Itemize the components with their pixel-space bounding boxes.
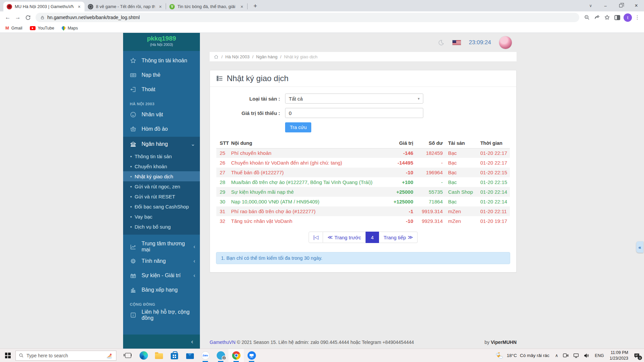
sidebar-item-label: Tính năng [142, 258, 166, 264]
sidebar-item-support[interactable]: Liên hệ hỗ trợ, cộng đồng [123, 308, 200, 322]
tab-8vegame[interactable]: 8 vẽ game - Tết đến rồi, nạp thẻ × [85, 2, 166, 11]
zoom-out-icon[interactable] [582, 14, 592, 20]
sidebar-item-trade-center[interactable]: Trung tâm thương mại ‹ [123, 239, 200, 254]
collapse-chevron-icon[interactable]: ‹ [191, 338, 193, 345]
gear-icon [130, 258, 137, 264]
taskbar-clock[interactable]: 11:09 PM 1/23/2023 [607, 350, 631, 361]
next-page-button[interactable]: Trang tiếp ≫ [379, 232, 418, 243]
asset-type-value: Tất cả [289, 96, 303, 102]
prev-page-button[interactable]: ≪ Trang trước [323, 232, 366, 243]
side-widget-toggle[interactable]: « [636, 241, 643, 253]
telegram-app[interactable]: 2 [213, 349, 228, 362]
chrome-app[interactable] [228, 349, 244, 362]
col-header-value: Giá trị [381, 138, 413, 148]
tab-close-icon[interactable]: × [158, 4, 163, 9]
minimize-button[interactable]: – [598, 0, 613, 11]
sidebar-subitem-extra-services[interactable]: •Dịch vụ bổ sung [123, 222, 200, 232]
reload-icon[interactable] [23, 15, 33, 20]
sidebar-item-virtual-chest[interactable]: Hòm đồ ảo [123, 122, 200, 136]
maps-pin-icon [61, 25, 66, 31]
volume-icon[interactable] [581, 349, 592, 362]
zalo-app[interactable]: Zalo [198, 349, 213, 362]
breadcrumb-item[interactable]: Hà Nội 2003 [225, 54, 250, 59]
taskbar-search[interactable] [15, 351, 116, 361]
footer-site-link[interactable]: GamethuVN [210, 340, 235, 345]
current-page-button[interactable]: 4 [366, 232, 379, 243]
bullet-icon: • [130, 164, 132, 169]
bookmark-youtube[interactable]: YouTube [30, 26, 54, 31]
bookmark-maps[interactable]: Maps [62, 26, 78, 31]
tray-chevron-icon[interactable]: ∧ [553, 349, 561, 362]
sidebar-item-character[interactable]: Nhân vật [123, 107, 200, 122]
sidebar-subitem-deposit-reset[interactable]: •Gửi và rút RESET [123, 191, 200, 201]
gmail-icon: M [5, 25, 9, 31]
weather-widget[interactable]: 18°C Có mây rải rác [492, 349, 553, 362]
network-icon[interactable] [571, 349, 581, 362]
footer-credit: by ViperMUHN [485, 340, 517, 345]
remote-desktop-app[interactable] [244, 349, 259, 362]
sidebar-item-top-up[interactable]: Nạp thẻ [123, 68, 200, 82]
first-page-button[interactable]: |◁ [309, 232, 323, 243]
file-explorer-app[interactable] [151, 349, 167, 362]
new-tab-button[interactable]: + [251, 2, 260, 10]
bookmark-gmail[interactable]: M Gmail [5, 25, 22, 31]
side-panel-icon[interactable] [612, 15, 622, 20]
sidebar-item-logout[interactable]: Thoát [123, 82, 200, 97]
basket-icon [130, 126, 137, 132]
share-icon[interactable] [592, 14, 602, 20]
browser-menu-icon[interactable]: ⋮ [633, 14, 641, 20]
tab-close-icon[interactable]: × [239, 4, 245, 9]
sidebar-subitem-trade-log[interactable]: •Nhật ký giao dịch [123, 171, 200, 181]
search-button[interactable]: Tra cứu [285, 122, 311, 132]
sidebar-subitem-exchange-cashshop[interactable]: •Đổi bạc sang CashShop [123, 201, 200, 212]
edge-app[interactable] [136, 349, 151, 362]
close-button[interactable]: × [629, 0, 644, 11]
tab-close-icon[interactable]: × [76, 4, 82, 9]
min-value-label: Giá trị tối thiểu : [210, 110, 285, 116]
search-input[interactable] [26, 353, 103, 358]
username: pkkq1989 [123, 35, 200, 42]
search-highlight-cake-icon[interactable] [106, 352, 113, 359]
footer-text: © 2021 Season 15. Liên hệ admin: zalo 09… [237, 340, 414, 345]
sidebar-item-account-info[interactable]: Thông tin tài khoản [123, 53, 200, 68]
chevron-left-icon: ‹ [194, 244, 195, 250]
sidebar-subitem-transfer[interactable]: •Chuyển khoản [123, 161, 200, 171]
sidebar-collapse-bar[interactable]: ‹ [123, 335, 200, 349]
sidebar-item-features[interactable]: Tính năng ‹ [123, 254, 200, 268]
sidebar-item-events[interactable]: Sự kiện - Giải trí ‹ [123, 268, 200, 283]
breadcrumb-item[interactable]: Ngân hàng [256, 54, 278, 59]
tab-news[interactable]: V Tin tức bóng đá, thể thao, giải trí × [166, 2, 247, 11]
bookmark-star-icon[interactable] [602, 14, 612, 20]
task-view-button[interactable] [120, 349, 136, 362]
server-name: (Hà Nội 2003) [123, 43, 200, 47]
action-center-button[interactable]: 3 [631, 349, 644, 362]
forward-icon[interactable]: → [13, 14, 23, 21]
maximize-button[interactable] [613, 0, 629, 11]
start-button[interactable] [0, 349, 15, 362]
meet-now-icon[interactable] [560, 349, 571, 362]
sidebar-subitem-asset-info[interactable]: •Thông tin tài sản [123, 151, 200, 161]
mail-app[interactable] [182, 349, 198, 362]
tab-search-icon[interactable]: ∨ [584, 0, 598, 11]
url-bar[interactable]: hn.gamethuvn.net/web/bank/trade_log.shtm… [36, 13, 579, 22]
back-icon[interactable]: ← [3, 14, 13, 21]
sidebar-item-bank[interactable]: Ngân hàng ⌄ [123, 137, 200, 151]
min-value-input[interactable]: 0 [285, 108, 423, 118]
store-app[interactable] [167, 349, 182, 362]
sidebar-subitem-loan[interactable]: •Vay bạc [123, 212, 200, 222]
browser-profile-avatar[interactable]: t [624, 13, 632, 22]
tab-strip: MU Hà Nội 2003 | GamethuVN.ne × 8 vẽ gam… [0, 0, 644, 11]
url-text[interactable]: hn.gamethuvn.net/web/bank/trade_log.shtm… [47, 15, 140, 20]
sidebar-item-rankings[interactable]: Bảng xếp hạng [123, 283, 200, 297]
language-indicator[interactable]: ENG [592, 349, 607, 362]
sidebar-subitem-deposit-gem[interactable]: •Gửi và rút ngọc, zen [123, 181, 200, 191]
home-icon[interactable] [214, 54, 219, 59]
tab-mu-hanoi[interactable]: MU Hà Nội 2003 | GamethuVN.ne × [3, 2, 85, 11]
filter-form: Loại tài sản : Tất cả ▾ Giá trị tối thiể… [210, 87, 516, 132]
weather-desc: Có mây rải rác [520, 353, 549, 358]
bullet-icon: • [130, 204, 132, 209]
avatar[interactable] [499, 36, 512, 49]
dark-mode-moon-icon[interactable] [438, 39, 444, 46]
language-flag-icon[interactable] [452, 40, 461, 45]
asset-type-select[interactable]: Tất cả ▾ [285, 94, 423, 104]
